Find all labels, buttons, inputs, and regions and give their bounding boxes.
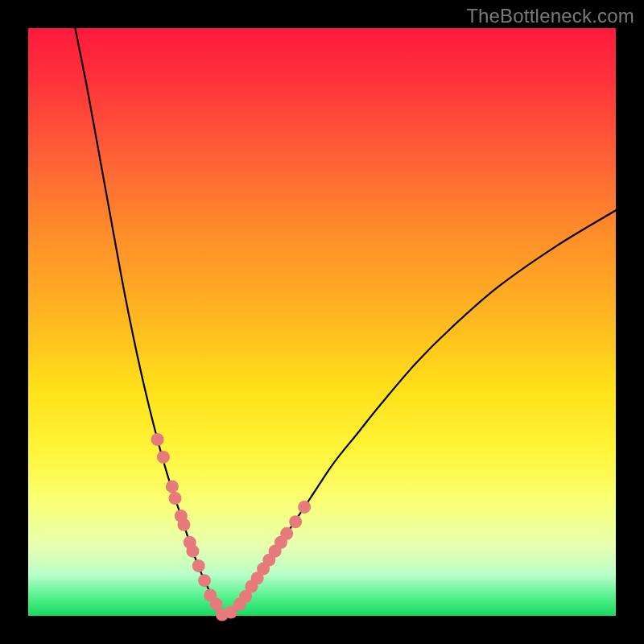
marker-dot — [298, 501, 311, 514]
marker-dot — [177, 518, 190, 531]
marker-dot — [280, 527, 293, 540]
marker-dot — [186, 545, 199, 558]
marker-dot — [157, 451, 170, 464]
marker-dot — [169, 492, 182, 505]
marker-dot — [166, 480, 179, 493]
marker-dot — [289, 515, 302, 528]
marker-dot — [198, 574, 211, 587]
chart-frame: TheBottleneck.com — [0, 0, 644, 644]
watermark-text: TheBottleneck.com — [466, 5, 634, 27]
highlighted-points-group — [151, 433, 312, 621]
bottleneck-curve-line — [75, 28, 616, 617]
marker-dot — [151, 433, 164, 446]
plot-gradient-area — [28, 28, 616, 616]
chart-svg — [28, 28, 616, 616]
marker-dot — [192, 559, 205, 572]
